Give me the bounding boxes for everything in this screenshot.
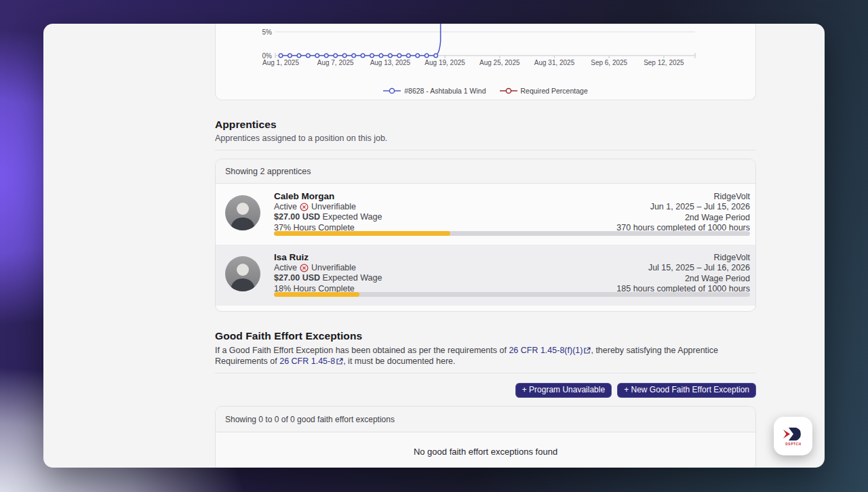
legend-item-job-series[interactable]: #8628 - Ashtabula 1 Wind: [383, 87, 486, 95]
gfe-desc-text: If a Good Faith Effort Exception has bee…: [215, 346, 509, 355]
data-point-marker: [334, 54, 338, 58]
apprenticeship-percentage-chart-card: Aug 1, 2025Aug 7, 2025Aug 13, 2025Aug 19…: [215, 24, 756, 100]
x-circle-icon: [300, 264, 309, 272]
x-tick-label: Aug 13, 2025: [370, 59, 411, 66]
apprentices-description: Apprentices assigned to a position on th…: [215, 134, 756, 143]
main-content: Aug 1, 2025Aug 7, 2025Aug 13, 2025Aug 19…: [215, 24, 756, 468]
hours-progress-bar: [274, 292, 750, 297]
x-circle-icon: [300, 203, 309, 211]
series-line: [281, 24, 441, 56]
wage-amount: $27.00 USD: [274, 212, 320, 222]
wage-label: Expected Wage: [323, 212, 382, 222]
program-unavailable-button[interactable]: + Program Unavailable: [515, 383, 612, 398]
data-point-marker: [407, 54, 411, 58]
apprentice-status: Active Unverifiable: [274, 202, 382, 212]
data-point-marker: [434, 54, 438, 58]
apprenticeship-date-range: Jul 15, 2025 – Jul 16, 2026: [616, 263, 750, 273]
apprentices-section: Apprentices Apprentices assigned to a po…: [215, 119, 756, 312]
avatar: [225, 195, 260, 230]
apprenticeship-date-range: Jun 1, 2025 – Jul 15, 2026: [616, 202, 750, 212]
apprentice-row[interactable]: Caleb Morgan Active Unverifiable $27.00 …: [216, 184, 755, 245]
cfr-link-f1-text: 26 CFR 1.45-8(f)(1): [509, 346, 583, 355]
hours-progress-bar: [274, 231, 750, 236]
data-point-marker: [315, 54, 319, 58]
legend-label: #8628 - Ashtabula 1 Wind: [404, 87, 486, 95]
verification-label: Unverifiable: [311, 263, 356, 273]
gfe-table-card: Showing 0 to 0 of 0 good faith effort ex…: [215, 406, 756, 468]
x-tick-label: Aug 31, 2025: [534, 59, 575, 66]
hours-progress-fill: [274, 292, 359, 297]
data-point-marker: [297, 54, 301, 58]
data-point-marker: [288, 54, 292, 58]
apprentice-name: Caleb Morgan: [274, 190, 382, 202]
legend-item-required-percentage[interactable]: Required Percentage: [500, 87, 588, 95]
external-link-icon: [336, 358, 343, 365]
external-link-icon: [584, 347, 591, 354]
hours-progress-fill: [274, 231, 450, 236]
app-window: Aug 1, 2025Aug 7, 2025Aug 13, 2025Aug 19…: [43, 24, 825, 468]
data-point-marker: [379, 54, 383, 58]
x-tick-label: Aug 19, 2025: [425, 59, 465, 66]
section-divider: [215, 150, 756, 150]
apprentices-card: Showing 2 apprentices Caleb Morgan Activ…: [215, 159, 756, 312]
gfe-actions: + Program Unavailable + New Good Faith E…: [215, 383, 756, 398]
y-tick-label: 5%: [262, 28, 273, 36]
x-tick-label: Sep 6, 2025: [591, 59, 627, 66]
gfe-heading: Good Faith Effort Exceptions: [215, 330, 756, 342]
wage-amount: $27.00 USD: [274, 273, 320, 283]
status-active-label: Active: [274, 202, 297, 212]
data-point-marker: [307, 54, 311, 58]
apprentice-name: Isa Ruiz: [274, 251, 382, 263]
apprentice-row[interactable]: Isa Ruiz Active Unverifiable $27.00 USD …: [216, 245, 755, 306]
gfe-empty-message: No good faith effort exceptions found: [216, 432, 755, 468]
apprentice-list: Caleb Morgan Active Unverifiable $27.00 …: [216, 184, 755, 306]
person-icon: [225, 256, 260, 291]
wage-period-label: 2nd Wage Period: [616, 274, 750, 284]
apprentices-count-label: Showing 2 apprentices: [216, 159, 755, 184]
y-tick-label: 0%: [262, 52, 273, 60]
wage-period-label: 2nd Wage Period: [616, 213, 750, 223]
dsptch-widget-button[interactable]: DSPTCH: [774, 417, 812, 455]
x-tick-label: Aug 25, 2025: [479, 59, 520, 66]
data-point-marker: [370, 54, 374, 58]
data-point-marker: [416, 54, 420, 58]
employer-name: RidgeVolt: [616, 192, 750, 202]
employer-name: RidgeVolt: [616, 253, 750, 263]
data-point-marker: [397, 54, 401, 58]
chart-legend: #8628 - Ashtabula 1 Wind Required Percen…: [216, 82, 755, 100]
cfr-link[interactable]: 26 CFR 1.45-8: [279, 356, 343, 366]
blue-line-marker-icon: [383, 87, 401, 94]
expected-wage: $27.00 USD Expected Wage: [274, 212, 382, 222]
status-active-label: Active: [274, 263, 297, 273]
data-point-marker: [361, 54, 365, 58]
dsptch-logo-icon: DSPTCH: [781, 425, 806, 448]
data-point-marker: [389, 54, 393, 58]
section-divider: [215, 373, 756, 373]
data-point-marker: [342, 54, 347, 58]
data-point-marker: [425, 54, 429, 58]
gfe-description: If a Good Faith Effort Exception has bee…: [215, 346, 756, 367]
cfr-link-text: 26 CFR 1.45-8: [279, 356, 335, 366]
wage-label: Expected Wage: [323, 273, 382, 283]
verification-label: Unverifiable: [311, 202, 356, 212]
line-chart: Aug 1, 2025Aug 7, 2025Aug 13, 2025Aug 19…: [216, 24, 755, 82]
apprentice-status: Active Unverifiable: [274, 263, 382, 273]
data-point-marker: [352, 54, 356, 58]
dsptch-logo-text: DSPTCH: [785, 443, 802, 446]
person-icon: [225, 195, 260, 230]
desktop-background: Aug 1, 2025Aug 7, 2025Aug 13, 2025Aug 19…: [0, 0, 868, 492]
data-point-marker: [324, 54, 328, 58]
x-tick-label: Sep 12, 2025: [644, 59, 684, 66]
avatar: [225, 256, 260, 291]
good-faith-section: Good Faith Effort Exceptions If a Good F…: [215, 330, 756, 468]
expected-wage: $27.00 USD Expected Wage: [274, 273, 382, 283]
data-point-marker: [279, 54, 283, 58]
red-line-marker-icon: [500, 87, 517, 94]
x-tick-label: Aug 1, 2025: [262, 59, 299, 66]
legend-label: Required Percentage: [521, 87, 588, 95]
gfe-table-count-label: Showing 0 to 0 of 0 good faith effort ex…: [216, 407, 755, 432]
gfe-desc-text: , it must be documented here.: [343, 356, 455, 366]
new-good-faith-exception-button[interactable]: + New Good Faith Effort Exception: [617, 383, 756, 398]
x-tick-label: Aug 7, 2025: [317, 59, 354, 66]
cfr-link-f1[interactable]: 26 CFR 1.45-8(f)(1): [509, 346, 591, 355]
